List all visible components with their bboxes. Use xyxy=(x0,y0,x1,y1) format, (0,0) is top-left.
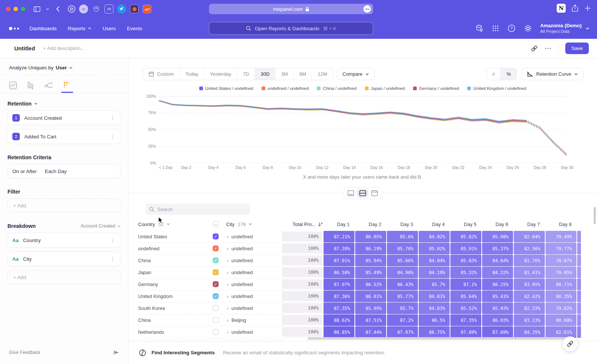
cell-day-8[interactable]: 79.62% xyxy=(546,302,576,314)
cell-day-5[interactable]: 87.89% xyxy=(450,326,481,338)
settings-gear-icon[interactable] xyxy=(524,24,532,32)
cell-day-8[interactable]: 78.87% xyxy=(546,255,576,266)
range-custom[interactable]: Custom xyxy=(143,68,180,80)
new-tab-icon[interactable] xyxy=(584,5,591,12)
cell-day-3[interactable]: 85.76% xyxy=(387,243,418,254)
column-header-day-6[interactable]: Day 6 xyxy=(482,219,513,229)
cell-city[interactable]: ›undefined xyxy=(223,242,281,255)
notion-extension-icon[interactable]: N xyxy=(557,4,566,13)
cell-day-5[interactable]: 85.32% xyxy=(450,267,481,278)
chart-type-select[interactable]: Retention Curve xyxy=(521,68,584,80)
cell-day-4[interactable]: 84.19% xyxy=(419,267,450,278)
cell-day-6[interactable]: 85.03% xyxy=(482,302,513,314)
cell-city[interactable]: ›undefined xyxy=(223,326,281,338)
cell-day-1[interactable]: 87.35% xyxy=(323,302,354,314)
copy-link-icon[interactable] xyxy=(531,45,538,52)
chevron-down-icon[interactable] xyxy=(45,4,50,14)
cell-day-8[interactable]: 80.71% xyxy=(546,279,576,290)
cell-day-2[interactable]: 85.99% xyxy=(355,302,386,314)
analyze-value[interactable]: User xyxy=(56,65,67,70)
row-checkbox-checked[interactable]: ✓ xyxy=(213,269,219,275)
page-actions-icon[interactable]: ••• xyxy=(363,5,371,13)
vertical-scrollbar[interactable] xyxy=(594,207,596,224)
column-header-day-5[interactable]: Day 5 xyxy=(450,219,482,229)
cell-day-2[interactable]: 85.49% xyxy=(355,267,386,278)
cell-day-1[interactable]: 86.58% xyxy=(323,267,354,278)
cell-day-7[interactable]: 84.35% xyxy=(514,326,545,338)
column-header-country[interactable]: Country 52 xyxy=(138,219,213,229)
collapse-sidebar-icon[interactable] xyxy=(113,350,119,355)
cell-day-4[interactable]: 86.5% xyxy=(419,314,450,326)
address-bar[interactable]: mixpanel.com ••• xyxy=(209,4,373,14)
column-header-day-2[interactable]: Day 2 xyxy=(355,219,387,229)
cell-day-3[interactable]: 85.66% xyxy=(387,255,418,266)
cell-day-8[interactable]: 79.49% xyxy=(546,231,576,242)
row-checkbox-checked[interactable]: ✓ xyxy=(213,293,219,299)
cell-day-4[interactable]: 85.02% xyxy=(419,243,450,254)
cell-day-2[interactable]: 86.05% xyxy=(355,231,386,242)
criteria-each-day[interactable]: Each Day xyxy=(45,169,116,174)
legend-item[interactable]: undefined / undefined xyxy=(262,86,309,91)
cell-day-5[interactable]: 85.52% xyxy=(450,302,481,314)
expand-row-icon[interactable]: › xyxy=(227,234,228,239)
cell-day-7[interactable]: 82.33% xyxy=(514,302,545,314)
tab-flows[interactable] xyxy=(44,80,53,93)
expand-row-icon[interactable]: › xyxy=(227,258,228,263)
row-checkbox-checked[interactable]: ✓ xyxy=(213,257,219,263)
layout-table-only-icon[interactable] xyxy=(369,189,380,198)
column-header-city[interactable]: City 176 xyxy=(223,219,281,229)
row-checkbox-unchecked[interactable] xyxy=(213,305,219,311)
tab-insights[interactable] xyxy=(9,80,17,93)
nav-item-reports[interactable]: Reports xyxy=(68,26,91,31)
cell-day-8[interactable]: 80.35% xyxy=(546,291,576,302)
cell-day-6[interactable]: 84.32% xyxy=(482,267,513,278)
cell-day-7[interactable]: 81.41% xyxy=(514,267,545,278)
filter-add-button[interactable]: + Add xyxy=(7,198,121,213)
cell-day-6[interactable]: 84.64% xyxy=(482,255,513,266)
minimize-window-button[interactable] xyxy=(13,7,18,11)
cell-day-5[interactable]: 85.64% xyxy=(450,291,481,302)
cell-day-7[interactable]: 82.42% xyxy=(514,291,545,302)
segments-title[interactable]: Find Interesting Segments xyxy=(151,350,215,355)
cell-day-8[interactable]: 80.68% xyxy=(546,314,576,326)
tab-retention[interactable] xyxy=(63,80,72,93)
cell-day-5[interactable]: 87.35% xyxy=(450,314,481,326)
cell-day-7[interactable]: 83.05% xyxy=(514,279,545,290)
cell-day-4[interactable]: 84.81% xyxy=(419,291,450,302)
range-6m[interactable]: 6M xyxy=(294,68,312,80)
cell-day-6[interactable]: 85.41% xyxy=(482,291,513,302)
cell-day-1[interactable]: 87.97% xyxy=(323,279,354,290)
apps-grid-icon[interactable] xyxy=(492,25,499,32)
select-all-checkbox[interactable]: – xyxy=(213,219,223,229)
breakdown-country[interactable]: AaCountry⋮ xyxy=(7,233,121,248)
legend-item[interactable]: Japan / undefined xyxy=(365,86,405,91)
cell-day-3[interactable]: 84.96% xyxy=(387,267,418,278)
cell-city[interactable]: ›undefined xyxy=(223,230,281,243)
zoom-window-button[interactable] xyxy=(21,7,25,11)
row-checkbox-checked[interactable]: ✓ xyxy=(213,233,219,239)
cell-day-6[interactable]: 86.03% xyxy=(482,314,513,326)
cell-day-2[interactable]: 87.51% xyxy=(355,314,386,326)
range-7d[interactable]: 7D xyxy=(237,68,255,80)
cell-day-1[interactable]: 88.85% xyxy=(323,326,354,338)
table-search[interactable] xyxy=(146,204,250,215)
legend-item[interactable]: Germany / undefined xyxy=(413,86,459,91)
column-header-day-1[interactable]: Day 1 xyxy=(323,219,355,229)
cell-day-3[interactable]: 87.07% xyxy=(387,326,418,338)
cell-day-7[interactable]: 81.76% xyxy=(514,255,545,266)
layout-chart-only-icon[interactable] xyxy=(345,189,356,198)
cell-day-5[interactable]: 87.1% xyxy=(450,279,481,290)
cell-day-2[interactable]: 86.01% xyxy=(355,291,386,302)
legend-item[interactable]: China / undefined xyxy=(317,86,356,91)
range-yesterday[interactable]: Yesterday xyxy=(204,68,237,80)
expand-row-icon[interactable]: › xyxy=(227,270,228,275)
row-checkbox-checked[interactable]: ✓ xyxy=(213,281,219,287)
cell-city[interactable]: ›undefined xyxy=(223,302,281,314)
cell-day-8[interactable]: 79.05% xyxy=(546,267,576,278)
table-search-input[interactable] xyxy=(157,207,246,212)
breakdown-more-icon[interactable]: ⋮ xyxy=(110,256,116,262)
cell-day-3[interactable]: 85.6% xyxy=(387,231,418,242)
expand-row-icon[interactable]: › xyxy=(227,294,228,299)
column-header-day-7[interactable]: Day 7 xyxy=(513,219,545,229)
cell-day-7[interactable]: 82.04% xyxy=(514,231,545,242)
